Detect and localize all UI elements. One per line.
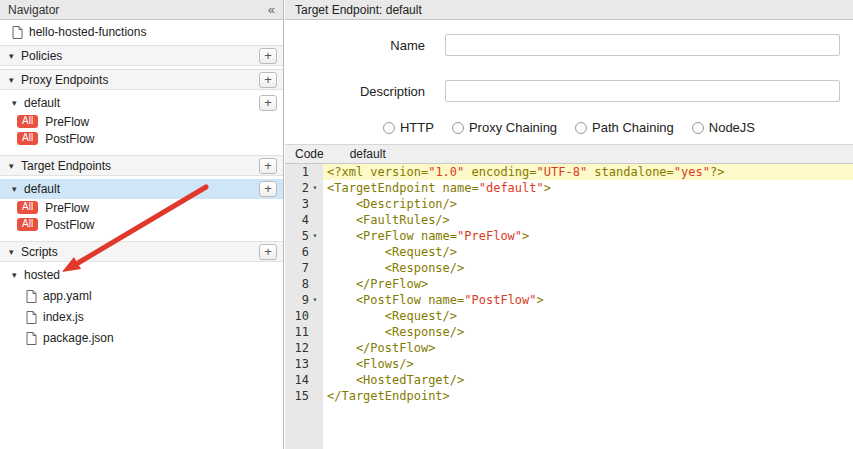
- condition-badge: All: [17, 115, 38, 128]
- line-number: 3: [285, 196, 309, 212]
- target-endpoint-panel: Target Endpoint: default Name Descriptio…: [285, 0, 853, 449]
- file-icon: [26, 332, 37, 345]
- fold-toggle-icon: [309, 212, 321, 228]
- radio-proxy-chaining[interactable]: Proxy Chaining: [452, 120, 557, 135]
- file-name: app.yaml: [43, 289, 92, 303]
- add-script-button[interactable]: +: [259, 244, 277, 260]
- code-lines[interactable]: <?xml version="1.0" encoding="UTF-8" sta…: [323, 164, 853, 449]
- line-number: 7: [285, 260, 309, 276]
- add-target-flow-button[interactable]: +: [259, 181, 277, 197]
- code-tab-label[interactable]: Code: [295, 147, 324, 161]
- fold-toggle-icon: [309, 196, 321, 212]
- file-icon: [12, 26, 23, 39]
- add-target-endpoint-button[interactable]: +: [259, 158, 277, 174]
- tree-item-proxy-postflow[interactable]: All PostFlow: [0, 130, 283, 147]
- line-number: 11: [285, 324, 309, 340]
- line-number: 15: [285, 388, 309, 404]
- description-input[interactable]: [445, 80, 840, 102]
- add-policy-button[interactable]: +: [259, 48, 277, 64]
- tree-item-target-preflow[interactable]: All PreFlow: [0, 199, 283, 216]
- caret-down-icon: ▾: [9, 247, 21, 257]
- line-number: 12: [285, 340, 309, 356]
- tree-item-file-app-yaml[interactable]: app.yaml: [0, 287, 283, 305]
- tree-item-target-postflow[interactable]: All PostFlow: [0, 216, 283, 233]
- tree-item-file-package-json[interactable]: package.json: [0, 329, 283, 347]
- fold-toggle-icon: [309, 276, 321, 292]
- file-icon: [26, 290, 37, 303]
- flow-label: PreFlow: [45, 115, 89, 129]
- radio-label: NodeJS: [709, 120, 755, 135]
- gutter-line: 13: [285, 356, 323, 372]
- code-line[interactable]: <Description/>: [323, 196, 853, 212]
- gutter-line: 4: [285, 212, 323, 228]
- code-line[interactable]: </PostFlow>: [323, 340, 853, 356]
- gutter-line: 5▾: [285, 228, 323, 244]
- gutter-line: 3: [285, 196, 323, 212]
- code-line[interactable]: <TargetEndpoint name="default">: [323, 180, 853, 196]
- tree-item-proxy-endpoint-default[interactable]: ▾ default +: [0, 93, 283, 113]
- code-line[interactable]: <PreFlow name="PreFlow">: [323, 228, 853, 244]
- radio-label: Proxy Chaining: [469, 120, 557, 135]
- fold-toggle-icon[interactable]: ▾: [309, 228, 321, 244]
- code-line[interactable]: <Flows/>: [323, 356, 853, 372]
- radio-http[interactable]: HTTP: [383, 120, 434, 135]
- fold-toggle-icon[interactable]: ▾: [309, 180, 321, 196]
- fold-toggle-icon: [309, 372, 321, 388]
- add-proxy-flow-button[interactable]: +: [259, 95, 277, 111]
- tree-item-bundle[interactable]: hello-hosted-functions: [0, 22, 283, 42]
- fold-toggle-icon: [309, 356, 321, 372]
- gutter-line: 9▾: [285, 292, 323, 308]
- section-target-endpoints[interactable]: ▾ Target Endpoints +: [0, 155, 283, 176]
- proxy-editor-window: Navigator « hello-hosted-functions ▾ Pol…: [0, 0, 853, 449]
- radio-button-icon: [452, 122, 464, 134]
- line-number: 6: [285, 244, 309, 260]
- fold-toggle-icon[interactable]: ▾: [309, 292, 321, 308]
- section-label: Proxy Endpoints: [21, 73, 108, 87]
- gutter-line: 2▾: [285, 180, 323, 196]
- collapse-panel-icon[interactable]: «: [268, 3, 275, 16]
- navigator-title: Navigator: [8, 3, 59, 17]
- navigator-panel: Navigator « hello-hosted-functions ▾ Pol…: [0, 0, 284, 449]
- code-line[interactable]: <FaultRules/>: [323, 212, 853, 228]
- line-number: 5: [285, 228, 309, 244]
- fold-toggle-icon: [309, 260, 321, 276]
- tree-item-hosted-folder[interactable]: ▾ hosted: [0, 266, 283, 284]
- gutter-line: 12: [285, 340, 323, 356]
- section-label: Target Endpoints: [21, 159, 111, 173]
- gutter-line: 7: [285, 260, 323, 276]
- fold-toggle-icon: [309, 324, 321, 340]
- code-line[interactable]: <Request/>: [323, 308, 853, 324]
- caret-down-icon: ▾: [12, 184, 24, 194]
- line-number: 2: [285, 180, 309, 196]
- code-line[interactable]: </PreFlow>: [323, 276, 853, 292]
- radio-label: HTTP: [400, 120, 434, 135]
- radio-path-chaining[interactable]: Path Chaining: [575, 120, 674, 135]
- tree-item-target-endpoint-default[interactable]: ▾ default +: [0, 179, 283, 199]
- code-line[interactable]: <Request/>: [323, 244, 853, 260]
- radio-button-icon: [575, 122, 587, 134]
- code-line[interactable]: <PostFlow name="PostFlow">: [323, 292, 853, 308]
- section-scripts[interactable]: ▾ Scripts +: [0, 241, 283, 262]
- code-line[interactable]: <Response/>: [323, 324, 853, 340]
- section-proxy-endpoints[interactable]: ▾ Proxy Endpoints +: [0, 69, 283, 90]
- tree-item-file-index-js[interactable]: index.js: [0, 308, 283, 326]
- code-editor[interactable]: 12▾345▾6789▾101112131415 <?xml version="…: [285, 164, 853, 449]
- name-input[interactable]: [445, 34, 840, 56]
- code-line[interactable]: </TargetEndpoint>: [323, 388, 853, 404]
- line-number: 8: [285, 276, 309, 292]
- section-policies[interactable]: ▾ Policies +: [0, 45, 283, 66]
- code-tab-bar: Code default: [285, 144, 853, 164]
- line-number: 10: [285, 308, 309, 324]
- endpoint-name: default: [24, 96, 60, 110]
- add-proxy-endpoint-button[interactable]: +: [259, 72, 277, 88]
- line-number: 13: [285, 356, 309, 372]
- gutter-line: 14: [285, 372, 323, 388]
- fold-toggle-icon: [309, 340, 321, 356]
- code-line[interactable]: <HostedTarget/>: [323, 372, 853, 388]
- endpoint-name: default: [24, 182, 60, 196]
- code-line[interactable]: <?xml version="1.0" encoding="UTF-8" sta…: [323, 164, 853, 180]
- gutter-line: 10: [285, 308, 323, 324]
- code-line[interactable]: <Response/>: [323, 260, 853, 276]
- radio-nodejs[interactable]: NodeJS: [692, 120, 755, 135]
- tree-item-proxy-preflow[interactable]: All PreFlow: [0, 113, 283, 130]
